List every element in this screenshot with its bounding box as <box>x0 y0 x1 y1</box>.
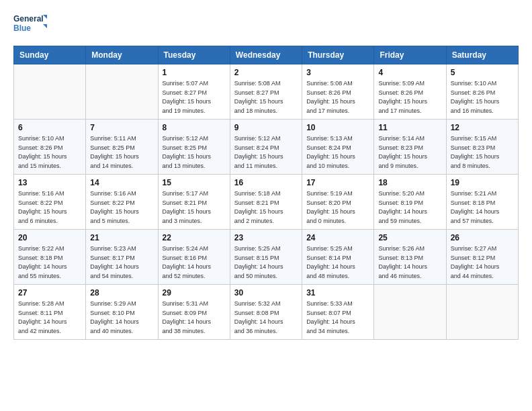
day-number: 10 <box>306 123 369 132</box>
calendar-cell: 19Sunrise: 5:21 AMSunset: 8:18 PMDayligh… <box>446 175 518 230</box>
day-number: 23 <box>234 233 298 242</box>
day-number: 6 <box>18 123 81 132</box>
day-info: Sunrise: 5:27 AMSunset: 8:12 PMDaylight:… <box>451 244 514 281</box>
calendar-cell: 22Sunrise: 5:24 AMSunset: 8:16 PMDayligh… <box>158 230 230 285</box>
calendar-cell: 11Sunrise: 5:14 AMSunset: 8:23 PMDayligh… <box>374 120 446 175</box>
week-row-2: 6Sunrise: 5:10 AMSunset: 8:26 PMDaylight… <box>14 120 519 175</box>
day-info: Sunrise: 5:33 AMSunset: 8:07 PMDaylight:… <box>306 300 369 336</box>
day-info: Sunrise: 5:16 AMSunset: 8:22 PMDaylight:… <box>90 189 153 226</box>
weekday-header-wednesday: Wednesday <box>230 46 302 64</box>
day-info: Sunrise: 5:10 AMSunset: 8:26 PMDaylight:… <box>451 79 514 116</box>
day-number: 22 <box>163 233 226 242</box>
logo: General Blue <box>13 11 47 38</box>
day-number: 27 <box>18 288 81 298</box>
day-info: Sunrise: 5:25 AMSunset: 8:15 PMDaylight:… <box>234 244 298 281</box>
day-number: 24 <box>306 233 369 242</box>
calendar-cell: 1Sunrise: 5:07 AMSunset: 8:27 PMDaylight… <box>158 64 230 120</box>
day-info: Sunrise: 5:31 AMSunset: 8:09 PMDaylight:… <box>163 300 226 336</box>
day-number: 2 <box>234 68 298 77</box>
day-info: Sunrise: 5:20 AMSunset: 8:19 PMDaylight:… <box>378 189 441 226</box>
day-info: Sunrise: 5:19 AMSunset: 8:20 PMDaylight:… <box>306 189 369 226</box>
calendar-cell: 23Sunrise: 5:25 AMSunset: 8:15 PMDayligh… <box>230 230 302 285</box>
calendar-cell: 15Sunrise: 5:17 AMSunset: 8:21 PMDayligh… <box>158 175 230 230</box>
calendar-cell <box>446 285 518 340</box>
day-info: Sunrise: 5:32 AMSunset: 8:08 PMDaylight:… <box>234 300 298 336</box>
calendar-cell: 7Sunrise: 5:11 AMSunset: 8:25 PMDaylight… <box>86 120 158 175</box>
day-info: Sunrise: 5:10 AMSunset: 8:26 PMDaylight:… <box>18 134 81 171</box>
day-info: Sunrise: 5:15 AMSunset: 8:23 PMDaylight:… <box>451 134 514 171</box>
calendar-cell <box>374 285 446 340</box>
day-number: 30 <box>234 288 298 298</box>
calendar-cell: 28Sunrise: 5:29 AMSunset: 8:10 PMDayligh… <box>86 285 158 340</box>
calendar-cell: 4Sunrise: 5:09 AMSunset: 8:26 PMDaylight… <box>374 64 446 120</box>
day-info: Sunrise: 5:23 AMSunset: 8:17 PMDaylight:… <box>90 244 153 281</box>
week-row-4: 20Sunrise: 5:22 AMSunset: 8:18 PMDayligh… <box>14 230 519 285</box>
calendar-cell: 17Sunrise: 5:19 AMSunset: 8:20 PMDayligh… <box>302 175 374 230</box>
calendar-cell: 30Sunrise: 5:32 AMSunset: 8:08 PMDayligh… <box>230 285 302 340</box>
day-info: Sunrise: 5:11 AMSunset: 8:25 PMDaylight:… <box>90 134 153 171</box>
calendar-cell: 18Sunrise: 5:20 AMSunset: 8:19 PMDayligh… <box>374 175 446 230</box>
day-number: 18 <box>378 178 441 187</box>
calendar-cell: 5Sunrise: 5:10 AMSunset: 8:26 PMDaylight… <box>446 64 518 120</box>
day-info: Sunrise: 5:29 AMSunset: 8:10 PMDaylight:… <box>90 300 153 336</box>
day-number: 11 <box>378 123 441 132</box>
day-info: Sunrise: 5:07 AMSunset: 8:27 PMDaylight:… <box>163 79 226 116</box>
day-info: Sunrise: 5:26 AMSunset: 8:13 PMDaylight:… <box>378 244 441 281</box>
calendar-cell: 9Sunrise: 5:12 AMSunset: 8:24 PMDaylight… <box>230 120 302 175</box>
day-info: Sunrise: 5:25 AMSunset: 8:14 PMDaylight:… <box>306 244 369 281</box>
weekday-header-friday: Friday <box>374 46 446 64</box>
calendar-cell: 31Sunrise: 5:33 AMSunset: 8:07 PMDayligh… <box>302 285 374 340</box>
day-number: 26 <box>451 233 514 242</box>
day-number: 7 <box>90 123 153 132</box>
day-number: 8 <box>163 123 226 132</box>
weekday-header-monday: Monday <box>86 46 158 64</box>
calendar-cell <box>14 64 86 120</box>
calendar: SundayMondayTuesdayWednesdayThursdayFrid… <box>13 46 519 340</box>
calendar-cell: 26Sunrise: 5:27 AMSunset: 8:12 PMDayligh… <box>446 230 518 285</box>
day-number: 5 <box>451 68 514 77</box>
day-number: 21 <box>90 233 153 242</box>
day-info: Sunrise: 5:18 AMSunset: 8:21 PMDaylight:… <box>234 189 298 226</box>
week-row-5: 27Sunrise: 5:28 AMSunset: 8:11 PMDayligh… <box>14 285 519 340</box>
weekday-header-sunday: Sunday <box>14 46 86 64</box>
calendar-cell: 14Sunrise: 5:16 AMSunset: 8:22 PMDayligh… <box>86 175 158 230</box>
calendar-cell: 12Sunrise: 5:15 AMSunset: 8:23 PMDayligh… <box>446 120 518 175</box>
day-info: Sunrise: 5:13 AMSunset: 8:24 PMDaylight:… <box>306 134 369 171</box>
day-number: 16 <box>234 178 298 187</box>
svg-marker-3 <box>43 24 47 28</box>
day-number: 9 <box>234 123 298 132</box>
day-info: Sunrise: 5:16 AMSunset: 8:22 PMDaylight:… <box>18 189 81 226</box>
calendar-cell: 24Sunrise: 5:25 AMSunset: 8:14 PMDayligh… <box>302 230 374 285</box>
calendar-cell: 27Sunrise: 5:28 AMSunset: 8:11 PMDayligh… <box>14 285 86 340</box>
weekday-header-row: SundayMondayTuesdayWednesdayThursdayFrid… <box>14 46 519 64</box>
weekday-header-saturday: Saturday <box>446 46 518 64</box>
calendar-cell: 20Sunrise: 5:22 AMSunset: 8:18 PMDayligh… <box>14 230 86 285</box>
weekday-header-tuesday: Tuesday <box>158 46 230 64</box>
page-header: General Blue <box>13 11 519 38</box>
day-number: 3 <box>306 68 369 77</box>
day-number: 15 <box>163 178 226 187</box>
day-info: Sunrise: 5:09 AMSunset: 8:26 PMDaylight:… <box>378 79 441 116</box>
day-info: Sunrise: 5:12 AMSunset: 8:25 PMDaylight:… <box>163 134 226 171</box>
calendar-cell: 3Sunrise: 5:08 AMSunset: 8:26 PMDaylight… <box>302 64 374 120</box>
calendar-cell: 13Sunrise: 5:16 AMSunset: 8:22 PMDayligh… <box>14 175 86 230</box>
calendar-cell: 6Sunrise: 5:10 AMSunset: 8:26 PMDaylight… <box>14 120 86 175</box>
day-number: 17 <box>306 178 369 187</box>
calendar-cell: 2Sunrise: 5:08 AMSunset: 8:27 PMDaylight… <box>230 64 302 120</box>
svg-marker-2 <box>43 15 47 19</box>
calendar-cell <box>86 64 158 120</box>
svg-text:Blue: Blue <box>13 24 31 33</box>
day-number: 12 <box>451 123 514 132</box>
day-info: Sunrise: 5:28 AMSunset: 8:11 PMDaylight:… <box>18 300 81 336</box>
day-number: 29 <box>163 288 226 298</box>
day-info: Sunrise: 5:17 AMSunset: 8:21 PMDaylight:… <box>163 189 226 226</box>
logo-svg: General Blue <box>13 11 47 38</box>
calendar-cell: 16Sunrise: 5:18 AMSunset: 8:21 PMDayligh… <box>230 175 302 230</box>
day-number: 20 <box>18 233 81 242</box>
calendar-cell: 25Sunrise: 5:26 AMSunset: 8:13 PMDayligh… <box>374 230 446 285</box>
day-number: 4 <box>378 68 441 77</box>
day-number: 31 <box>306 288 369 298</box>
week-row-1: 1Sunrise: 5:07 AMSunset: 8:27 PMDaylight… <box>14 64 519 120</box>
week-row-3: 13Sunrise: 5:16 AMSunset: 8:22 PMDayligh… <box>14 175 519 230</box>
day-number: 13 <box>18 178 81 187</box>
